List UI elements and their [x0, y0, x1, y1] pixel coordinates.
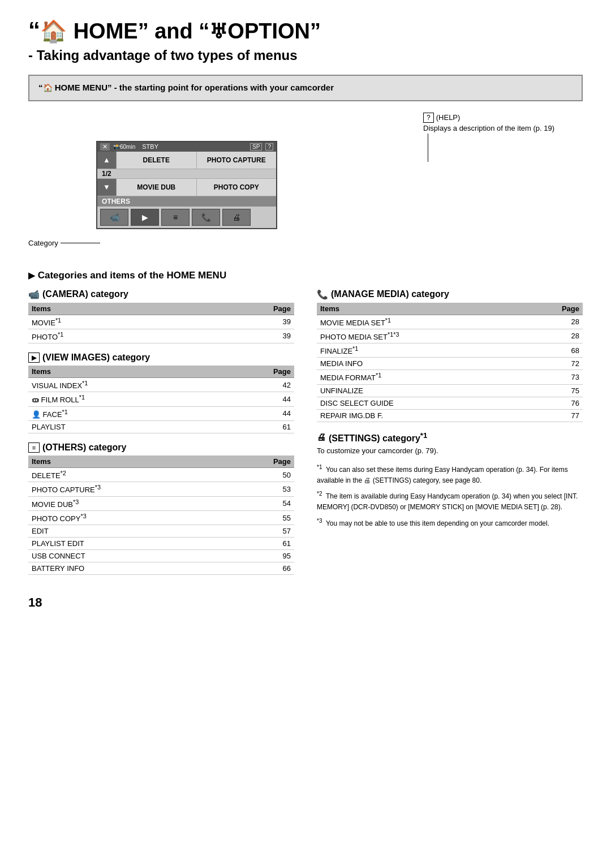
table-row: MEDIA FORMAT*1 73: [317, 370, 583, 384]
others-category-title: ≡ (OTHERS) category: [28, 442, 294, 453]
camera-category-title: 📹 (CAMERA) category: [28, 289, 294, 300]
camera-category-section: 📹 (CAMERA) category Items Page MOVIE*1 3…: [28, 289, 294, 344]
manage-col-page: Page: [554, 303, 583, 315]
camera-col-page: Page: [266, 303, 294, 315]
x-button[interactable]: ✕: [100, 143, 110, 151]
home-icon: 🏠: [40, 19, 67, 43]
right-column: 📞 (MANAGE MEDIA) category Items Page MOV…: [317, 289, 583, 533]
table-row: PHOTO*1 39: [28, 329, 294, 343]
table-row: USB CONNECT 95: [28, 550, 294, 562]
cat-view-icon[interactable]: ▶: [131, 209, 159, 226]
others-col-page: Page: [266, 456, 294, 468]
help-callout: ? (HELP) Displays a description of the i…: [423, 113, 554, 162]
others-col-items: Items: [28, 456, 266, 468]
subtitle: - Taking advantage of two types of menus: [28, 48, 583, 63]
manage-media-category-section: 📞 (MANAGE MEDIA) category Items Page MOV…: [317, 289, 583, 422]
table-row: PLAYLIST 61: [28, 421, 294, 433]
manage-media-icon: 📞: [317, 289, 328, 300]
page-number: 18: [28, 595, 583, 610]
left-column: 📹 (CAMERA) category Items Page MOVIE*1 3…: [28, 289, 294, 585]
help-button[interactable]: ?: [265, 143, 273, 151]
table-row: VISUAL INDEX*1 42: [28, 378, 294, 392]
camcorder-screen: ✕ 📸60min STBY SP ? ▲ DELETE PHOTO CAPTUR…: [96, 141, 277, 229]
table-row: MOVIE*1 39: [28, 315, 294, 329]
down-arrow-btn[interactable]: ▼: [97, 179, 117, 196]
others-category-section: ≡ (OTHERS) category Items Page DELETE*2 …: [28, 442, 294, 575]
settings-description: To customize your camcorder (p. 79).: [317, 446, 583, 455]
help-box-label: ?: [423, 113, 434, 123]
photo-capture-cell[interactable]: PHOTO CAPTURE: [197, 152, 277, 169]
cat-settings-icon[interactable]: 🖨: [222, 209, 251, 226]
stby-label: STBY: [142, 143, 158, 150]
screen-row-1: ▲ DELETE PHOTO CAPTURE: [97, 152, 276, 169]
tape-icon: 📸60min: [113, 144, 135, 150]
screen-topbar: ✕ 📸60min STBY SP ?: [97, 142, 276, 152]
table-row: 🎟 FILM ROLL*1 44: [28, 392, 294, 406]
title-home: HOME” and “: [74, 19, 210, 43]
view-images-category-title: ▶ (VIEW IMAGES) category: [28, 353, 294, 363]
delete-cell[interactable]: DELETE: [117, 152, 197, 169]
table-row: REPAIR IMG.DB F. 77: [317, 409, 583, 422]
home-menu-banner: “🏠 HOME MENU” - the starting point for o…: [28, 75, 583, 101]
view-col-items: Items: [28, 366, 266, 378]
cat-others-icon[interactable]: ≡: [161, 209, 190, 226]
view-images-icon: ▶: [28, 353, 40, 363]
table-row: MEDIA INFO 72: [317, 358, 583, 370]
table-row: MOVIE MEDIA SET*1 28: [317, 315, 583, 329]
view-col-page: Page: [266, 366, 294, 378]
option-icon: ♅: [209, 20, 227, 43]
table-row: UNFINALIZE 75: [317, 384, 583, 397]
manage-media-category-title: 📞 (MANAGE MEDIA) category: [317, 289, 583, 300]
table-row: MOVIE DUB*3 54: [28, 496, 294, 510]
table-row: EDIT 57: [28, 525, 294, 538]
manage-media-table: Items Page MOVIE MEDIA SET*1 28 PHOTO ME…: [317, 303, 583, 422]
movie-dub-cell[interactable]: MOVIE DUB: [117, 179, 197, 196]
diagram-area: Category ✕ 📸60min STBY SP ? ▲ DELETE PHO…: [28, 113, 583, 260]
camera-icon: 📹: [28, 289, 40, 300]
screen-row-2: ▼ MOVIE DUB PHOTO COPY: [97, 179, 276, 196]
settings-category-title: 🖨 (SETTINGS) category*1: [317, 431, 583, 444]
category-icons-row: 📹 ▶ ≡ 📞 🖨: [97, 207, 276, 228]
manage-col-items: Items: [317, 303, 554, 315]
table-row: PLAYLIST EDIT 61: [28, 538, 294, 550]
category-label: Category: [28, 239, 100, 247]
table-row: FINALIZE*1 68: [317, 343, 583, 358]
footnote-2: *2 The item is available during Easy Han…: [317, 489, 583, 512]
table-row: BATTERY INFO 66: [28, 562, 294, 575]
help-description: Displays a description of the item (p. 1…: [423, 124, 554, 132]
footnotes-section: *1 You can also set these items during E…: [317, 463, 583, 528]
others-bar: OTHERS: [97, 196, 276, 207]
footnote-3: *3 You may not be able to use this item …: [317, 517, 583, 529]
content-columns: 📹 (CAMERA) category Items Page MOVIE*1 3…: [28, 289, 583, 585]
settings-category-section: 🖨 (SETTINGS) category*1 To customize you…: [317, 431, 583, 455]
footnote-1: *1 You can also set these items during E…: [317, 463, 583, 485]
cat-camera-icon[interactable]: 📹: [100, 209, 128, 226]
settings-icon: 🖨: [317, 432, 326, 442]
photo-copy-cell[interactable]: PHOTO COPY: [197, 179, 277, 196]
table-row: PHOTO CAPTURE*3 53: [28, 482, 294, 496]
help-label: (HELP): [436, 113, 461, 122]
sp-box: SP: [250, 143, 262, 151]
others-table: Items Page DELETE*2 50 PHOTO CAPTURE*3 5…: [28, 456, 294, 575]
page-indicator: 1/2: [97, 169, 276, 179]
cat-manage-icon[interactable]: 📞: [192, 209, 220, 226]
table-row: 👤 FACE*1 44: [28, 406, 294, 420]
camera-table: Items Page MOVIE*1 39 PHOTO*1 39: [28, 303, 294, 344]
categories-header: ▶ Categories and items of the HOME MENU: [28, 270, 583, 281]
view-images-table: Items Page VISUAL INDEX*1 42 🎟 FILM ROLL…: [28, 366, 294, 433]
table-row: PHOTO MEDIA SET*1*3 28: [317, 329, 583, 343]
table-row: DELETE*2 50: [28, 468, 294, 482]
up-arrow-btn[interactable]: ▲: [97, 152, 117, 169]
table-row: DISC SELECT GUIDE 76: [317, 397, 583, 409]
view-images-category-section: ▶ (VIEW IMAGES) category Items Page VISU…: [28, 353, 294, 433]
others-icon: ≡: [28, 442, 40, 453]
main-title: “🏠 HOME” and “♅OPTION”: [28, 17, 583, 44]
table-row: PHOTO COPY*3 55: [28, 511, 294, 525]
camera-col-items: Items: [28, 303, 266, 315]
